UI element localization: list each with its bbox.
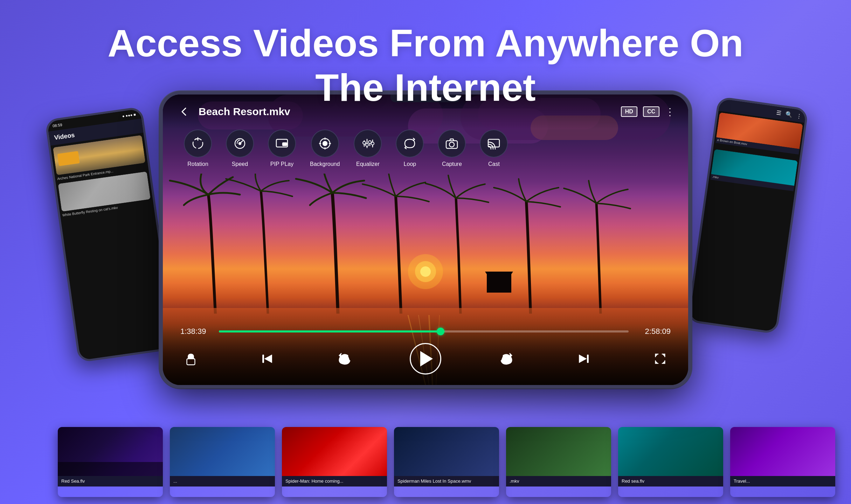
strip-thumb [170, 427, 275, 476]
pip-icon-circle [268, 130, 296, 158]
fullscreen-button[interactable] [650, 348, 671, 369]
bottom-controls: 1:38:39 2:58:09 [163, 327, 688, 385]
feature-rotation[interactable]: Rotation [184, 130, 212, 167]
svg-point-12 [239, 142, 241, 145]
speed-label: Speed [232, 161, 248, 167]
strip-thumb [506, 427, 611, 476]
right-search-icon: 🔍 [785, 111, 793, 118]
svg-marker-35 [579, 355, 586, 363]
feature-background[interactable]: Background [310, 130, 340, 167]
pip-label: PIP PLay [270, 161, 293, 167]
svg-point-26 [366, 144, 368, 146]
right-list-icon: ☰ [776, 110, 782, 117]
progress-thumb[interactable] [437, 328, 444, 335]
svg-point-25 [363, 141, 366, 144]
svg-rect-36 [587, 355, 588, 363]
loop-label: Loop [404, 161, 416, 167]
progress-area: 1:38:39 2:58:09 [180, 327, 671, 336]
loop-icon-circle [396, 130, 424, 158]
svg-point-28 [371, 142, 374, 145]
svg-point-27 [368, 141, 371, 144]
headline-line2: The Internet [315, 66, 536, 109]
current-time: 1:38:39 [180, 327, 212, 336]
list-item[interactable]: Spider-Man: Home coming... [282, 427, 387, 497]
svg-rect-32 [187, 359, 195, 365]
phone-right: ☰ 🔍 ⋮ e Brown en Boat.mov .mkv [687, 96, 809, 334]
capture-icon-circle [438, 130, 466, 158]
svg-rect-33 [263, 355, 264, 363]
svg-rect-0 [487, 272, 511, 293]
feature-capture[interactable]: Capture [438, 130, 466, 167]
background-icon-circle [311, 130, 339, 158]
equalizer-icon-circle [354, 130, 382, 158]
strip-label: Spider-Man: Home coming... [282, 476, 387, 486]
list-item[interactable]: Red sea.flv [618, 427, 723, 497]
left-status-time: 08:59 [52, 122, 62, 128]
feature-cast[interactable]: Cast [480, 130, 508, 167]
list-item[interactable]: Travel... [730, 427, 835, 497]
skip-previous-button[interactable] [257, 348, 278, 369]
phone-main: Beach Resort.mkv HD CC ⋮ [159, 91, 692, 388]
rotation-icon-circle [184, 130, 212, 158]
progress-fill [219, 330, 444, 332]
strip-thumb [394, 427, 499, 476]
phones-area: 08:59 ● ●●● ■ Videos Arches National Par… [40, 91, 811, 476]
feature-equalizer[interactable]: Equalizer [354, 130, 382, 167]
rotation-label: Rotation [187, 161, 208, 167]
strip-label: Spiderman Miles Lost In Space.wmv [394, 476, 499, 486]
svg-rect-14 [283, 143, 287, 146]
play-icon [420, 351, 433, 366]
progress-track[interactable] [219, 330, 629, 332]
strip-label: ... [170, 476, 275, 486]
list-item[interactable]: Spiderman Miles Lost In Space.wmv [394, 427, 499, 497]
side-button [689, 158, 692, 178]
forward-10-button[interactable]: 10 [497, 348, 518, 369]
total-time: 2:58:09 [636, 327, 671, 336]
right-more-icon: ⋮ [796, 112, 802, 120]
strip-label: Travel... [730, 476, 835, 486]
cast-label: Cast [488, 161, 500, 167]
left-status-icons: ● ●●● ■ [122, 112, 136, 118]
lock-button[interactable] [180, 348, 201, 369]
capture-label: Capture [442, 161, 462, 167]
svg-point-3 [420, 266, 431, 277]
strip-thumb [58, 427, 163, 476]
background-label: Background [310, 161, 340, 167]
strip-label: Red sea.flv [618, 476, 723, 486]
equalizer-label: Equalizer [356, 161, 380, 167]
strip-thumb [618, 427, 723, 476]
feature-pip[interactable]: PIP PLay [268, 130, 296, 167]
strip-label: Red Sea.flv [58, 476, 163, 486]
rewind-10-button[interactable]: 10 [333, 348, 354, 369]
headline-text: Access Videos From Anywhere On The Inter… [0, 21, 851, 110]
strip-thumb [282, 427, 387, 476]
list-item[interactable]: .mkv [506, 427, 611, 497]
play-button[interactable] [410, 343, 441, 374]
headline-section: Access Videos From Anywhere On The Inter… [0, 0, 851, 110]
phone-left: 08:59 ● ●●● ■ Videos Arches National Par… [45, 106, 176, 363]
svg-marker-34 [265, 355, 272, 363]
headline-line1: Access Videos From Anywhere On [108, 21, 743, 64]
svg-rect-31 [488, 139, 499, 147]
feature-loop[interactable]: Loop [396, 130, 424, 167]
speed-icon-circle [226, 130, 254, 158]
playback-controls: 10 10 [180, 343, 671, 374]
strip-thumb [730, 427, 835, 476]
bottom-video-strip: Red Sea.flv ... Spider-Man: Home coming.… [58, 427, 793, 497]
left-header-title: Videos [54, 132, 75, 142]
list-item[interactable]: ... [170, 427, 275, 497]
feature-speed[interactable]: Speed [226, 130, 254, 167]
skip-next-button[interactable] [573, 348, 594, 369]
strip-label: .mkv [506, 476, 611, 486]
svg-point-30 [449, 142, 454, 147]
svg-point-16 [323, 141, 327, 146]
list-item[interactable]: Red Sea.flv [58, 427, 163, 497]
cast-icon-circle [480, 130, 508, 158]
feature-icons-row: Rotation Speed [163, 130, 688, 167]
